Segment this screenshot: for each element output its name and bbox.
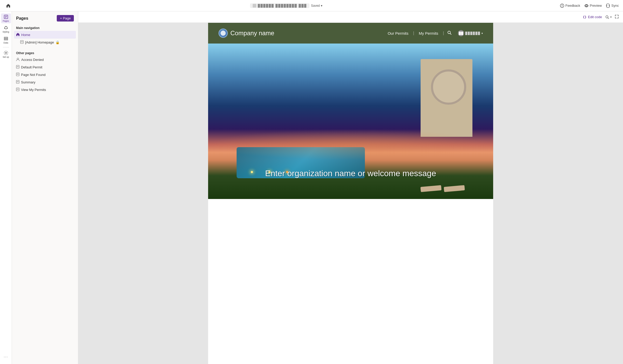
page-item-view-my-permits[interactable]: View My Permits	[14, 86, 76, 94]
preview-frame: Company name Our Permits | My Permits | …	[208, 23, 493, 364]
dropdown-icon[interactable]: ▾	[321, 4, 322, 8]
rail-pages-label: Pages	[3, 20, 9, 22]
default-permit-icon	[16, 65, 19, 69]
site-nav-sep-2: |	[443, 31, 444, 35]
svg-line-32	[608, 18, 609, 19]
site-logo-area: Company name	[218, 28, 383, 38]
site-nav-sep-1: |	[413, 31, 414, 35]
admin-homepage-label: [Admin] Homepage	[25, 40, 54, 44]
site-nav-my-permits[interactable]: My Permits	[414, 31, 443, 35]
saved-label: Saved	[311, 4, 320, 8]
lock-icon: 🔒	[55, 40, 60, 44]
page-item-view-my-permits-label: View My Permits	[21, 88, 74, 92]
svg-rect-13	[4, 39, 8, 40]
zoom-control[interactable]: ▾	[605, 15, 612, 19]
site-logo-inner	[221, 31, 226, 36]
page-item-summary-label: Summary	[21, 80, 74, 84]
site-logo-icon	[218, 28, 228, 38]
rail-setup-label: Set up	[3, 56, 9, 58]
page-item-page-not-found[interactable]: Page Not Found	[14, 71, 76, 78]
svg-point-14	[5, 52, 6, 54]
pages-panel-body: Main navigation Home ··· [Admin] Homepag…	[12, 24, 78, 364]
pages-panel: Pages + Page Main navigation Home ··· [A…	[12, 11, 78, 364]
page-item-summary[interactable]: Summary	[14, 78, 76, 86]
site-header: Company name Our Permits | My Permits | …	[208, 23, 493, 44]
page-item-access-denied[interactable]: Access Denied	[14, 56, 76, 63]
svg-rect-0	[253, 4, 256, 8]
svg-point-8	[5, 26, 6, 27]
rail-item-more[interactable]: ···	[1, 352, 11, 362]
rail-item-pages[interactable]: Pages	[1, 13, 11, 23]
preview-area: Company name Our Permits | My Permits | …	[78, 23, 623, 364]
preview-label: Preview	[590, 4, 602, 8]
company-name: Company name	[230, 30, 274, 37]
page-item-default-permit-label: Default Permit	[21, 65, 74, 69]
access-denied-icon	[16, 58, 20, 62]
document-title: ██████ ████████ ███	[258, 4, 307, 8]
page-not-found-icon	[16, 73, 19, 77]
page-item-home-label: Home	[21, 33, 68, 37]
svg-line-34	[450, 33, 451, 34]
editor-toolbar: Edit code ▾	[78, 11, 623, 23]
rail-item-data[interactable]: Data	[1, 35, 11, 45]
rail-separator	[3, 47, 9, 47]
top-bar-right: Feedback Preview Sync	[560, 4, 619, 8]
hero-building	[421, 59, 472, 137]
edit-code-button[interactable]: Edit code	[583, 15, 602, 19]
main-nav-section-label: Main navigation	[14, 24, 76, 31]
title-pill: ██████ ████████ ███	[250, 3, 309, 8]
page-item-page-not-found-label: Page Not Found	[21, 73, 74, 77]
feedback-label: Feedback	[565, 4, 580, 8]
add-page-button[interactable]: + Page	[57, 15, 74, 22]
light-dot-1	[251, 171, 253, 173]
summary-icon	[16, 80, 19, 84]
page-item-default-permit[interactable]: Default Permit	[14, 63, 76, 71]
top-bar-left	[4, 2, 12, 10]
admin-homepage-icon	[20, 40, 24, 45]
sync-button[interactable]: Sync	[606, 4, 619, 8]
svg-point-18	[17, 58, 19, 60]
rail-item-styling[interactable]: Styling	[1, 24, 11, 34]
feedback-button[interactable]: Feedback	[560, 4, 580, 8]
svg-point-2	[586, 5, 587, 6]
svg-point-9	[7, 28, 8, 29]
rail-styling-label: Styling	[3, 31, 9, 33]
saved-badge: Saved ▾	[311, 4, 322, 8]
page-item-access-denied-label: Access Denied	[21, 58, 74, 62]
content-area: Edit code ▾ Company name	[78, 11, 623, 364]
site-nav-our-permits[interactable]: Our Permits	[383, 31, 413, 35]
main-layout: Pages Styling Data Set u	[0, 11, 623, 364]
pages-panel-header: Pages + Page	[12, 11, 78, 24]
rail-item-setup[interactable]: Set up	[1, 49, 11, 59]
top-bar-center: ██████ ████████ ███ Saved ▾	[250, 3, 322, 8]
site-nav: Our Permits | My Permits | ██ ██████ ▾	[383, 30, 483, 36]
hero-image: Enter organization name or welcome messa…	[208, 44, 493, 199]
home-page-icon	[16, 33, 20, 37]
site-user-menu[interactable]: ██ ██████ ▾	[455, 30, 483, 36]
svg-rect-12	[4, 38, 8, 39]
svg-rect-11	[4, 37, 8, 38]
view-my-permits-icon	[16, 88, 19, 92]
sync-label: Sync	[611, 4, 619, 8]
expand-button[interactable]	[615, 15, 619, 20]
hero-welcome-text[interactable]: Enter organization name or welcome messa…	[260, 169, 441, 199]
rail-data-label: Data	[4, 41, 8, 44]
other-pages-section-label: Other pages	[14, 49, 76, 56]
page-item-admin-homepage[interactable]: [Admin] Homepage 🔒	[14, 39, 76, 46]
preview-button[interactable]: Preview	[584, 4, 602, 8]
pages-panel-title: Pages	[16, 16, 28, 21]
site-search-icon[interactable]	[444, 30, 455, 36]
top-bar: ██████ ████████ ███ Saved ▾ Feedback Pre…	[0, 0, 623, 11]
zoom-dropdown-arrow[interactable]: ▾	[610, 16, 612, 18]
icon-rail: Pages Styling Data Set u	[0, 11, 12, 364]
home-button[interactable]	[4, 2, 12, 10]
page-item-home[interactable]: Home ···	[14, 31, 76, 39]
svg-point-10	[4, 28, 5, 29]
edit-code-label: Edit code	[588, 15, 602, 19]
